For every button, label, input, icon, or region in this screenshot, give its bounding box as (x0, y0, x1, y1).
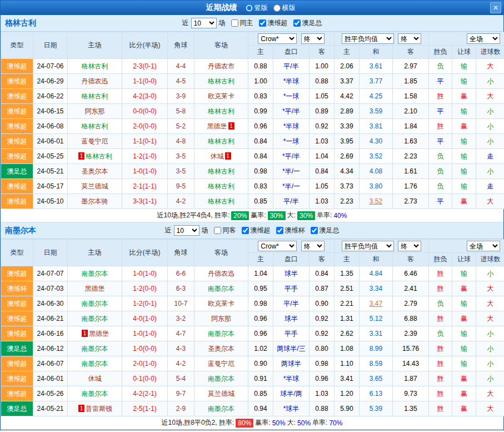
away-team-cell: 格林古利 (194, 104, 248, 119)
home-team-cell: 格林古利 (68, 89, 122, 104)
sub-result: 胜负 (429, 46, 452, 59)
layout-radio-horizontal[interactable]: 横版 (273, 3, 296, 13)
red-card-badge: 1 (78, 152, 84, 160)
close-button[interactable]: ✕ (490, 2, 501, 13)
team-name: 格林古利 (86, 152, 112, 160)
league-filter-checkbox[interactable] (242, 227, 249, 234)
near-label: 近 (165, 226, 172, 235)
result: 胜 (429, 356, 452, 371)
match-date: 24-06-30 (33, 296, 68, 311)
final-odds-select2[interactable]: 终 (398, 33, 421, 44)
euro-home-odds: 3.37 (335, 74, 360, 89)
red-card-badge: 1 (78, 405, 84, 412)
euro-home-odds: 3.95 (335, 134, 360, 149)
radio-vertical-input[interactable] (246, 4, 253, 12)
goals-result: 小 (476, 164, 504, 179)
col-corner: 角球 (168, 240, 194, 266)
home-team-cell: 1普雷斯顿 (68, 401, 122, 416)
home-team-cell: 莫兰德城 (68, 179, 122, 194)
team-section-1: 格林古利 近 10 场 同主 澳维超 澳足总 类型 (1, 15, 503, 222)
league-filter-checkbox[interactable] (259, 19, 266, 27)
league-filter-checkbox[interactable] (293, 19, 301, 27)
goals-result: 大 (476, 89, 504, 104)
away-team-cell: 丹德农市 (194, 59, 248, 74)
euro-draw-odds: 3.31 (360, 326, 393, 341)
handicap-select-cell: Crow* 终 (248, 32, 335, 46)
scope-select[interactable]: 全场 (467, 241, 500, 251)
summary-footer: 近10场,胜8平0负2, 胜率:80%赢率:50%大:50%单率:70% (1, 416, 503, 430)
odds-company-select[interactable]: Crow* (258, 241, 297, 251)
euro-draw-odds: 6.13 (360, 386, 393, 401)
handicap-result: 输 (452, 134, 476, 149)
handicap-result: 输 (452, 341, 476, 356)
col-score: 比分(半场) (122, 32, 168, 59)
europe-select-cell: 胜平负均值 终 (335, 32, 429, 46)
handicap-line: *平/半 (273, 104, 310, 119)
team-name: 南墨尔本 (82, 315, 108, 322)
team-name: 莫兰德城 (208, 390, 234, 398)
match-date: 24-05-10 (33, 194, 68, 209)
layout-radio-vertical[interactable]: 竖版 (246, 3, 268, 13)
handicap-home-odds: 0.85 (248, 194, 273, 209)
handicap-home-odds: 0.98 (248, 164, 273, 179)
league-filter-checkbox[interactable] (276, 227, 283, 234)
team-name: 格林古利 (208, 107, 234, 115)
home-team-cell: 1格林古利 (68, 149, 122, 164)
match-count-select[interactable]: 10 (191, 18, 217, 28)
match-date: 24-06-16 (33, 326, 68, 341)
score: 1-2(0-1) (122, 296, 168, 311)
handicap-result: 输 (452, 74, 476, 89)
radio-horizontal-label: 横版 (282, 3, 296, 13)
team-name: 南墨尔本 (208, 285, 234, 292)
same-venue-checkbox[interactable] (231, 19, 238, 27)
final-odds-select2[interactable]: 终 (398, 241, 421, 251)
handicap-away-odds: 0.80 (310, 341, 335, 356)
euro-away-odds: 2.79 (393, 296, 429, 311)
team-name: 阿东那 (85, 107, 105, 115)
team-section-2: 南墨尔本 近 10 场 同客 澳维超 澳维杯 澳足总 (1, 222, 503, 430)
team-name: 南墨尔本 (82, 360, 108, 368)
match-row: 澳维杯24-07-03黑德堡1-2(0-0)6-3南墨尔本0.95平手0.872… (1, 281, 504, 296)
result: 平 (429, 74, 452, 89)
score: 0-1(0-0) (122, 371, 168, 386)
same-venue-label: 同主 (240, 18, 253, 28)
result: 平 (429, 194, 452, 209)
goals-result: 小 (476, 356, 504, 371)
match-count-select[interactable]: 10 (174, 225, 199, 236)
euro-away-odds: 1.84 (393, 119, 429, 134)
corners: 5-8 (168, 104, 194, 119)
odds-company-select[interactable]: Crow* (258, 33, 297, 44)
corners: 5-2 (168, 119, 194, 134)
league-filter-checkbox[interactable] (311, 227, 318, 234)
radio-horizontal-input[interactable] (273, 4, 281, 12)
goals-result: 小 (476, 341, 504, 356)
euro-away-odds: 2.10 (393, 104, 429, 119)
handicap-home-odds: 0.83 (248, 179, 273, 194)
final-odds-select[interactable]: 终 (301, 241, 325, 251)
match-row: 澳维超24-06-22格林古利4-2(3-0)3-9欧克莱卡0.83*一球1.0… (1, 89, 504, 104)
goals-result: 小 (476, 74, 504, 89)
handicap-home-odds: 0.99 (248, 104, 273, 119)
final-odds-select[interactable]: 终 (301, 33, 325, 44)
team-name: 格林古利 (208, 77, 234, 85)
handicap-away-odds: 1.04 (310, 149, 335, 164)
euro-away-odds: 6.88 (393, 311, 429, 326)
euro-home-odds: 2.62 (335, 326, 360, 341)
europe-odds-select[interactable]: 胜平负均值 (342, 241, 394, 251)
sub-away-odds: 客 (310, 46, 335, 59)
handicap-result: 输 (452, 104, 476, 119)
home-team-cell: 南墨尔本 (68, 311, 122, 326)
match-date: 24-06-01 (33, 134, 68, 149)
footer-text: 单率: (312, 418, 327, 428)
europe-odds-select[interactable]: 胜平负均值 (342, 33, 394, 44)
match-date: 24-06-01 (33, 371, 68, 386)
handicap-result: 输 (452, 326, 476, 341)
filter-controls: 近 10 场 同客 澳维超 澳维杯 澳足总 (164, 225, 341, 236)
score: 1-0(1-0) (122, 266, 168, 281)
home-team-cell: 阿东那 (68, 104, 122, 119)
sub-euro-home: 主 (335, 253, 360, 266)
same-venue-checkbox[interactable] (214, 227, 221, 234)
team-name: 蓝曼宁厄 (208, 360, 234, 368)
scope-select[interactable]: 全场 (467, 33, 500, 44)
handicap-away-odds: 0.89 (310, 104, 335, 119)
